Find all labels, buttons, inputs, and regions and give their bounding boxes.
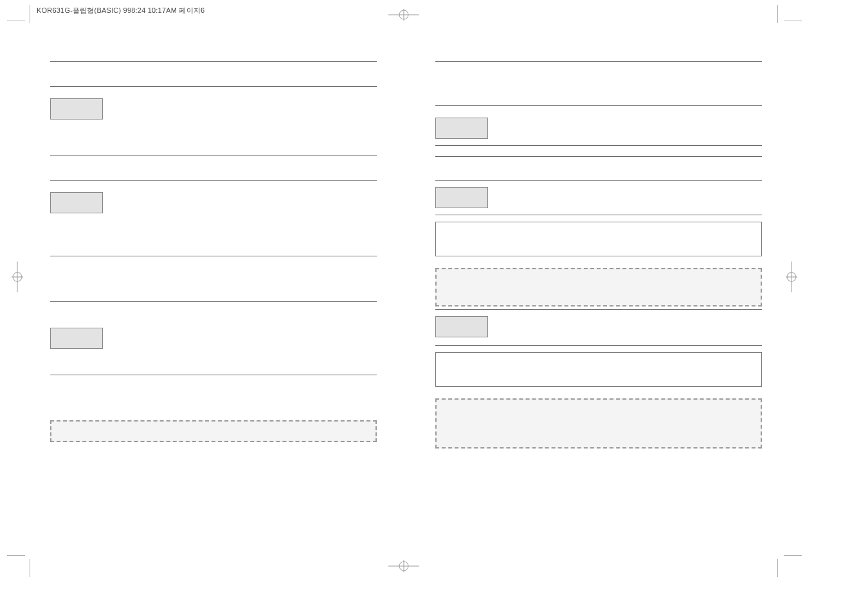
section-chip <box>435 316 488 337</box>
section-chip <box>50 192 103 213</box>
page-root: KOR631G-플립형(BASIC) 998:24 10:17AM 페이지6 <box>0 0 868 613</box>
crop-mark <box>777 5 778 23</box>
svg-point-4 <box>399 562 408 571</box>
rule <box>435 156 762 157</box>
crop-mark <box>7 21 25 21</box>
svg-point-7 <box>13 272 22 281</box>
right-column <box>435 61 762 449</box>
crop-mark <box>30 5 30 23</box>
rule <box>435 215 762 215</box>
crop-mark <box>784 555 802 556</box>
svg-point-10 <box>787 272 796 281</box>
rule <box>50 61 377 62</box>
content-box <box>435 352 762 387</box>
left-column <box>50 61 377 442</box>
crop-mark <box>777 559 778 577</box>
rule <box>435 105 762 106</box>
registration-mark-icon <box>784 262 799 292</box>
rule <box>50 155 377 155</box>
content-box <box>435 222 762 256</box>
rule <box>50 180 377 181</box>
section-chip <box>50 328 103 349</box>
note-box <box>435 268 762 306</box>
rule <box>50 375 377 375</box>
rule <box>50 86 377 87</box>
crop-mark <box>7 555 25 556</box>
note-box <box>50 420 377 442</box>
rule <box>435 180 762 181</box>
rule <box>435 145 762 146</box>
registration-mark-icon <box>388 8 419 22</box>
document-slug: KOR631G-플립형(BASIC) 998:24 10:17AM 페이지6 <box>37 6 204 15</box>
registration-mark-icon <box>388 559 419 573</box>
crop-mark <box>784 21 802 21</box>
rule <box>50 301 377 302</box>
section-chip <box>435 187 488 208</box>
svg-point-1 <box>399 10 408 19</box>
rule <box>50 256 377 256</box>
rule <box>435 61 762 62</box>
crop-mark <box>30 559 30 577</box>
section-chip <box>50 98 103 120</box>
rule <box>435 345 762 346</box>
note-box <box>435 398 762 449</box>
rule <box>435 309 762 310</box>
section-chip <box>435 118 488 139</box>
registration-mark-icon <box>10 262 24 292</box>
